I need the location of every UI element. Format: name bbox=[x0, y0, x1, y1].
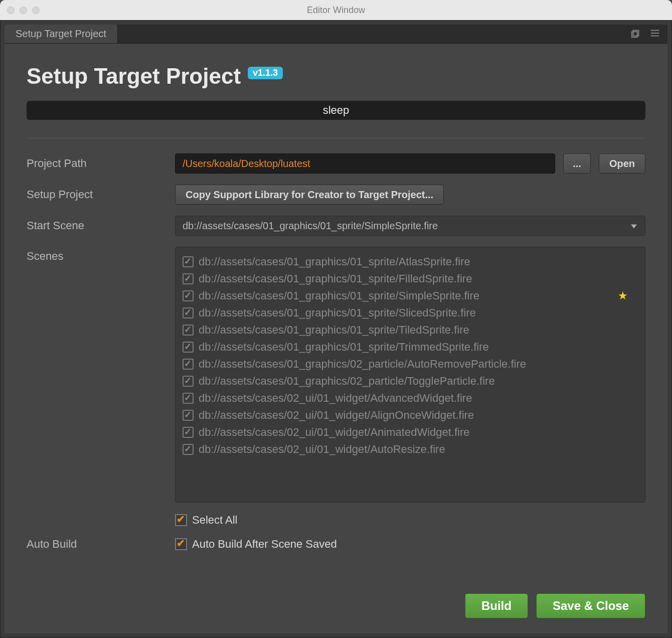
scene-path: db://assets/cases/01_graphics/01_sprite/… bbox=[199, 289, 479, 302]
scene-checkbox[interactable] bbox=[183, 376, 194, 387]
scene-item[interactable]: db://assets/cases/01_graphics/01_sprite/… bbox=[181, 270, 640, 287]
copy-support-button[interactable]: Copy Support Library for Creator to Targ… bbox=[175, 185, 444, 205]
label-auto-build: Auto Build bbox=[27, 538, 167, 551]
scene-checkbox[interactable] bbox=[183, 256, 194, 267]
window-title: Editor Window bbox=[7, 5, 665, 16]
scene-item[interactable]: db://assets/cases/01_graphics/02_particl… bbox=[181, 356, 640, 373]
status-bar: sleep bbox=[27, 101, 645, 120]
window-controls[interactable] bbox=[7, 7, 40, 14]
svg-marker-5 bbox=[631, 225, 637, 229]
scene-item[interactable]: db://assets/cases/01_graphics/01_sprite/… bbox=[181, 304, 640, 322]
scene-checkbox[interactable] bbox=[183, 359, 194, 370]
label-start-scene: Start Scene bbox=[27, 219, 167, 232]
start-scene-value: db://assets/cases/01_graphics/01_sprite/… bbox=[183, 220, 438, 232]
scene-path: db://assets/cases/01_graphics/02_particl… bbox=[199, 375, 495, 388]
tab-bar: Setup Target Project bbox=[5, 25, 667, 44]
page-title: Setup Target Project bbox=[27, 64, 241, 89]
select-all-checkbox[interactable] bbox=[175, 514, 187, 526]
project-path-input[interactable] bbox=[175, 153, 555, 174]
scene-checkbox[interactable] bbox=[183, 342, 194, 353]
scene-item[interactable]: db://assets/cases/01_graphics/01_sprite/… bbox=[181, 287, 640, 304]
divider bbox=[27, 138, 645, 138]
svg-rect-0 bbox=[633, 30, 639, 36]
scene-path: db://assets/cases/01_graphics/01_sprite/… bbox=[199, 324, 469, 337]
svg-rect-4 bbox=[651, 35, 659, 36]
scene-item[interactable]: db://assets/cases/02_ui/01_widget/AlignO… bbox=[181, 407, 640, 424]
scene-item[interactable]: db://assets/cases/01_graphics/02_particl… bbox=[181, 373, 640, 390]
scenes-list[interactable]: db://assets/cases/01_graphics/01_sprite/… bbox=[175, 247, 645, 503]
scene-item[interactable]: db://assets/cases/01_graphics/01_sprite/… bbox=[181, 322, 640, 339]
open-button[interactable]: Open bbox=[599, 153, 645, 174]
scene-path: db://assets/cases/02_ui/01_widget/Advanc… bbox=[199, 392, 472, 405]
start-scene-select[interactable]: db://assets/cases/01_graphics/01_sprite/… bbox=[175, 216, 645, 236]
titlebar: Editor Window bbox=[0, 0, 672, 20]
scene-checkbox[interactable] bbox=[183, 325, 194, 336]
menu-icon[interactable] bbox=[649, 28, 660, 41]
scene-path: db://assets/cases/01_graphics/01_sprite/… bbox=[199, 255, 470, 268]
label-scenes: Scenes bbox=[27, 247, 167, 263]
maximize-icon[interactable] bbox=[32, 7, 40, 14]
tab-setup-target-project[interactable]: Setup Target Project bbox=[5, 25, 118, 43]
scene-path: db://assets/cases/01_graphics/01_sprite/… bbox=[199, 341, 489, 354]
build-button[interactable]: Build bbox=[465, 593, 528, 618]
scene-item[interactable]: db://assets/cases/02_ui/01_widget/Advanc… bbox=[181, 390, 640, 407]
scene-checkbox[interactable] bbox=[183, 410, 194, 421]
scene-path: db://assets/cases/01_graphics/01_sprite/… bbox=[199, 272, 472, 285]
version-badge: v1.1.3 bbox=[248, 67, 283, 79]
scene-item[interactable]: db://assets/cases/01_graphics/01_sprite/… bbox=[181, 339, 640, 356]
scene-path: db://assets/cases/02_ui/01_widget/AlignO… bbox=[199, 409, 474, 422]
scene-path: db://assets/cases/01_graphics/02_particl… bbox=[199, 358, 526, 371]
tab-label: Setup Target Project bbox=[16, 28, 106, 40]
scene-path: db://assets/cases/02_ui/01_widget/AutoRe… bbox=[199, 443, 445, 456]
browse-button[interactable]: ... bbox=[563, 153, 591, 174]
chevron-down-icon bbox=[630, 220, 638, 232]
svg-rect-1 bbox=[632, 32, 637, 37]
scene-path: db://assets/cases/02_ui/01_widget/Animat… bbox=[199, 426, 470, 439]
scene-checkbox[interactable] bbox=[183, 290, 194, 301]
save-close-button[interactable]: Save & Close bbox=[536, 593, 645, 618]
scene-item[interactable]: db://assets/cases/02_ui/01_widget/Animat… bbox=[181, 424, 640, 441]
scene-item[interactable]: db://assets/cases/01_graphics/01_sprite/… bbox=[181, 253, 640, 270]
select-all-label: Select All bbox=[192, 514, 238, 527]
star-icon: ★ bbox=[618, 289, 628, 302]
svg-rect-2 bbox=[651, 30, 659, 31]
minimize-icon[interactable] bbox=[20, 7, 27, 14]
popout-icon[interactable] bbox=[630, 28, 641, 41]
svg-rect-3 bbox=[651, 33, 659, 34]
scene-checkbox[interactable] bbox=[183, 393, 194, 404]
scene-path: db://assets/cases/01_graphics/01_sprite/… bbox=[199, 306, 476, 320]
close-icon[interactable] bbox=[7, 7, 15, 14]
auto-build-label: Auto Build After Scene Saved bbox=[192, 538, 337, 551]
scene-checkbox[interactable] bbox=[183, 307, 194, 318]
scene-checkbox[interactable] bbox=[183, 273, 194, 284]
auto-build-checkbox[interactable] bbox=[175, 538, 187, 550]
scene-item[interactable]: db://assets/cases/02_ui/01_widget/AutoRe… bbox=[181, 441, 640, 458]
label-setup-project: Setup Project bbox=[27, 188, 167, 201]
scene-checkbox[interactable] bbox=[183, 427, 194, 438]
scene-checkbox[interactable] bbox=[183, 444, 194, 455]
label-project-path: Project Path bbox=[27, 157, 167, 170]
